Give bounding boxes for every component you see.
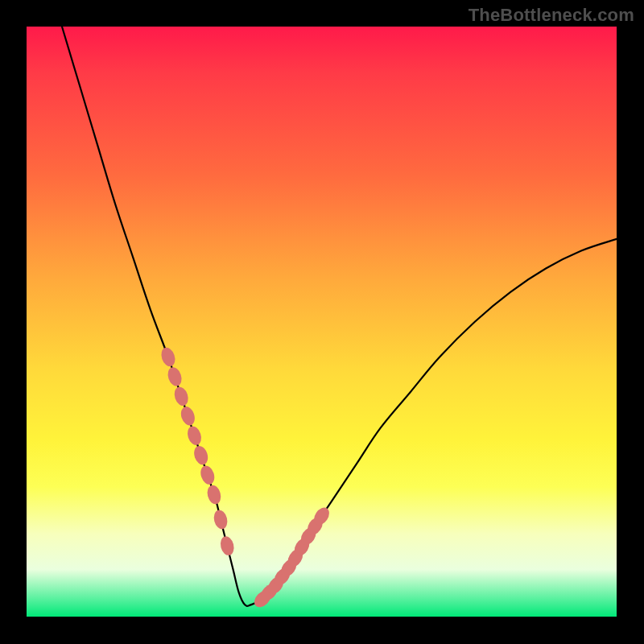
- curve-bead: [166, 365, 184, 388]
- curve-bead: [205, 484, 223, 506]
- curve-beads-right: [251, 505, 332, 610]
- curve-bead: [212, 509, 229, 530]
- curve-bead: [219, 535, 236, 556]
- curve-beads-left: [159, 346, 236, 557]
- chart-frame: TheBottleneck.com: [0, 0, 644, 644]
- curve-bead: [179, 405, 197, 427]
- curve-bead: [198, 464, 217, 486]
- plot-area: [27, 27, 617, 617]
- curve-bead: [159, 346, 178, 369]
- curve-bead: [185, 424, 204, 447]
- bottleneck-curve-svg: [27, 27, 617, 617]
- watermark-text: TheBottleneck.com: [469, 5, 634, 26]
- curve-bead: [192, 444, 210, 467]
- curve-bead: [172, 385, 191, 407]
- bottleneck-curve: [62, 27, 617, 606]
